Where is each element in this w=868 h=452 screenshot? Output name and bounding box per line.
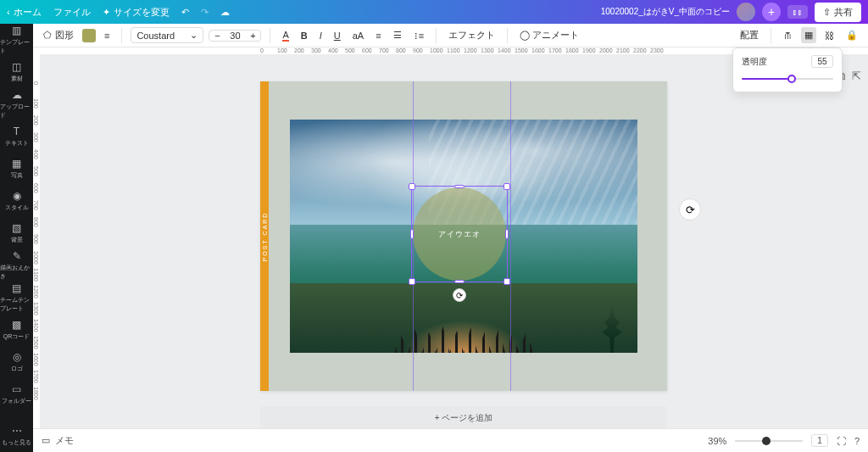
canvas-viewport[interactable]: 🔓 ⧉ ⇱ POST CARD xyxy=(40,54,868,428)
transparency-value-input[interactable]: 55 xyxy=(811,55,833,68)
sidebar-item-team[interactable]: ▤チームテンプレート xyxy=(0,282,33,314)
sidebar-item-folder[interactable]: ▭フォルダー xyxy=(0,378,33,410)
bold-button[interactable]: B xyxy=(298,28,311,43)
document-title[interactable]: 10020002_はがきV_中面のコピー xyxy=(601,6,730,18)
sidebar-item-elements[interactable]: ◫素材 xyxy=(0,56,33,88)
text-color-button[interactable]: A xyxy=(279,27,292,44)
list-icon: ☰ xyxy=(393,30,402,41)
help-button[interactable]: ? xyxy=(854,436,860,446)
list-button[interactable]: ☰ xyxy=(390,27,405,43)
canvas-page[interactable]: POST CARD アイウエオ xyxy=(260,81,667,391)
font-size-stepper[interactable]: − 30 + xyxy=(209,30,261,42)
floating-rotate-button[interactable]: ⟳ xyxy=(679,198,701,220)
team-icon: ▤ xyxy=(11,282,23,294)
orange-spine[interactable]: POST CARD xyxy=(260,81,269,391)
undo-button[interactable]: ↶ xyxy=(181,7,189,18)
align-button[interactable]: ≡ xyxy=(372,28,384,43)
pentagon-icon: ⬠ xyxy=(43,30,52,41)
transparency-button[interactable]: ▦ xyxy=(801,27,816,43)
spacing-button[interactable]: ⫶≡ xyxy=(410,28,427,43)
more-icon: ⋯ xyxy=(11,425,23,437)
text-color-icon: A xyxy=(282,30,288,42)
share-icon: ⇧ xyxy=(823,7,831,18)
sidebar-more[interactable]: ⋯もっと見る xyxy=(0,420,33,452)
transparency-popover: 透明度 55 xyxy=(732,47,843,92)
font-size-decrease[interactable]: − xyxy=(209,31,225,41)
share-button[interactable]: ⇧ 共有 xyxy=(815,3,861,22)
sidebar-item-logo[interactable]: ◎ロゴ xyxy=(0,346,33,378)
resize-button[interactable]: ✦ サイズを変更 xyxy=(103,6,170,19)
font-size-increase[interactable]: + xyxy=(245,31,260,41)
folder-icon: ▭ xyxy=(11,383,23,395)
link-button[interactable]: ⛓ xyxy=(821,28,837,43)
bottom-bar: ▭ メモ 39% 1 ⛶ ? xyxy=(33,428,868,452)
border-icon: ≡ xyxy=(104,31,109,41)
content-area: ⬠ 図形 ≡ Coustard ⌄ − 30 + A B I U aA ≡ ☰ … xyxy=(33,24,868,452)
sidebar-item-style[interactable]: ◉スタイル xyxy=(0,185,33,217)
animate-icon: ◯ xyxy=(520,30,530,41)
shapes-icon: ◫ xyxy=(11,61,23,73)
sidebar-item-template[interactable]: ▥テンプレート xyxy=(0,24,33,56)
resize-handle-nw[interactable] xyxy=(409,183,415,190)
insights-button[interactable]: ⫾⫾ xyxy=(787,5,808,19)
sidebar-item-qr[interactable]: ▩QRコード xyxy=(0,314,33,346)
qr-icon: ▩ xyxy=(11,319,23,331)
font-size-value[interactable]: 30 xyxy=(225,31,245,41)
italic-button[interactable]: I xyxy=(316,28,326,43)
sidebar-item-text[interactable]: Tテキスト xyxy=(0,120,33,153)
resize-handle-ne[interactable] xyxy=(504,183,510,190)
font-family-select[interactable]: Coustard ⌄ xyxy=(131,27,203,43)
selection-box: ⟳ xyxy=(411,186,508,282)
sparkle-icon: ✦ xyxy=(103,7,110,18)
notes-icon: ▭ xyxy=(42,435,50,446)
page-count-badge[interactable]: 1 xyxy=(811,434,828,447)
border-style-button[interactable]: ≡ xyxy=(101,28,113,43)
export-page-icon[interactable]: ⇱ xyxy=(852,70,861,83)
context-toolbar: ⬠ 図形 ≡ Coustard ⌄ − 30 + A B I U aA ≡ ☰ … xyxy=(33,24,868,47)
cloud-icon: ☁ xyxy=(220,7,230,18)
fullscreen-button[interactable]: ⛶ xyxy=(837,436,846,446)
avatar[interactable] xyxy=(737,3,755,21)
text-case-button[interactable]: aA xyxy=(349,28,367,43)
sidebar-item-background[interactable]: ▧背景 xyxy=(0,217,33,249)
bg-icon: ▧ xyxy=(11,222,23,234)
align-icon: ≡ xyxy=(376,31,381,41)
filter-icon: ⫚ xyxy=(783,31,793,41)
underline-button[interactable]: U xyxy=(331,28,344,43)
zoom-slider[interactable] xyxy=(735,440,803,442)
animate-button[interactable]: ◯ アニメート xyxy=(516,26,582,44)
logo-icon: ◎ xyxy=(11,351,23,363)
resize-handle-w[interactable] xyxy=(410,229,414,239)
rotate-handle[interactable]: ⟳ xyxy=(453,288,466,302)
cloud-sync-icon[interactable]: ☁ xyxy=(220,7,230,18)
lock-icon: 🔒 xyxy=(846,30,858,41)
file-menu[interactable]: ファイル xyxy=(53,6,91,19)
resize-handle-sw[interactable] xyxy=(409,278,415,285)
redo-button[interactable]: ↷ xyxy=(201,7,209,18)
upload-icon: ☁ xyxy=(11,89,23,101)
link-icon: ⛓ xyxy=(825,31,834,41)
shape-type-button[interactable]: ⬠ 図形 xyxy=(40,26,77,44)
resize-handle-se[interactable] xyxy=(504,278,510,285)
resize-handle-e[interactable] xyxy=(505,229,509,239)
transparency-slider[interactable] xyxy=(742,73,833,85)
filter-button[interactable]: ⫚ xyxy=(780,28,796,43)
home-button[interactable]: ‹ ホーム xyxy=(7,6,42,19)
resize-handle-s[interactable] xyxy=(454,280,465,283)
sidebar-item-draw[interactable]: ✎描画おえかき xyxy=(0,249,33,282)
undo-icon: ↶ xyxy=(181,7,189,18)
zoom-level[interactable]: 39% xyxy=(708,436,726,446)
effects-button[interactable]: エフェクト xyxy=(445,26,498,44)
italic-icon: I xyxy=(320,31,322,41)
add-member-button[interactable]: + xyxy=(762,3,781,21)
resize-handle-n[interactable] xyxy=(454,185,465,188)
lock-button[interactable]: 🔒 xyxy=(843,27,861,43)
position-button[interactable]: 配置 xyxy=(737,26,762,44)
fill-color-swatch[interactable] xyxy=(82,29,96,42)
notes-button[interactable]: ▭ メモ xyxy=(42,434,74,447)
text-icon: T xyxy=(11,126,23,137)
guide-line xyxy=(510,81,511,391)
sidebar-item-photo[interactable]: ▦写真 xyxy=(0,153,33,185)
sidebar-item-upload[interactable]: ☁アップロード xyxy=(0,88,33,120)
add-page-button[interactable]: + ページを追加 xyxy=(260,406,667,428)
